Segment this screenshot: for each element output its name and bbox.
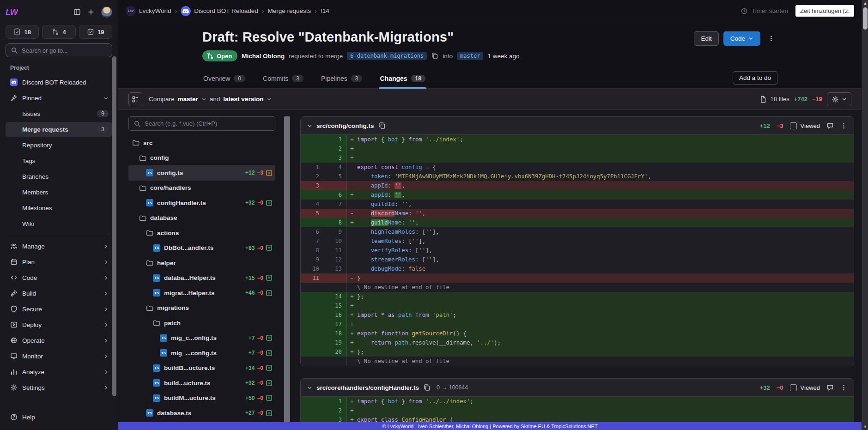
comment-icon[interactable] <box>826 384 834 391</box>
diff-settings-button[interactable] <box>827 92 851 106</box>
new-line-number[interactable]: 5 <box>324 172 347 181</box>
sidebar-item-issues[interactable]: Issues9 <box>6 106 112 121</box>
sidebar-item-deploy[interactable]: Deploy <box>6 317 112 332</box>
new-line-number[interactable]: 2 <box>324 144 347 153</box>
comment-icon[interactable] <box>826 122 834 129</box>
sidebar-item-plan[interactable]: Plan <box>6 254 112 269</box>
new-line-number[interactable]: 17 <box>324 320 347 329</box>
mr-author[interactable]: Michal Oblong <box>242 53 285 60</box>
new-line-number[interactable]: 10 <box>324 236 347 246</box>
diff-file-path[interactable]: src/config/config.ts <box>316 122 374 129</box>
sidebar-item-code[interactable]: Code <box>6 270 112 285</box>
tree-file-buildb-ucture-ts[interactable]: TSbuildB...ucture.ts+34−0 <box>128 361 275 376</box>
old-line-number[interactable] <box>301 144 324 153</box>
tree-file-confighandler-ts[interactable]: TSconfigHandler.ts+32−0 <box>128 195 275 211</box>
new-line-number[interactable] <box>324 357 347 366</box>
new-line-number[interactable]: 16 <box>324 310 347 320</box>
sidebar-item-merge-requests[interactable]: Merge requests3 <box>6 122 112 137</box>
old-line-number[interactable] <box>301 292 324 301</box>
sidebar-item-secure[interactable]: Secure <box>6 302 112 316</box>
sidebar-item-monitor[interactable]: Monitor <box>6 349 112 363</box>
old-line-number[interactable]: 7 <box>301 236 324 246</box>
old-line-number[interactable]: 10 <box>301 264 324 273</box>
new-line-number[interactable] <box>324 181 347 190</box>
old-line-number[interactable] <box>301 320 324 329</box>
add-todo-button[interactable]: Add a to do <box>733 71 777 85</box>
collapse-sidebar-icon[interactable] <box>73 8 81 16</box>
tree-file-config-ts[interactable]: TSconfig.ts+12−3 <box>128 165 275 181</box>
copy-path-icon[interactable] <box>423 384 431 391</box>
file-tree-toggle-button[interactable] <box>128 92 142 106</box>
tree-file-build-ucture-ts[interactable]: TSbuild...ucture.ts+32−0 <box>128 375 275 391</box>
sidebar-item-repository[interactable]: Repository <box>6 138 112 152</box>
old-line-number[interactable] <box>301 190 324 200</box>
tree-file-migrat-helper-ts[interactable]: TSmigrat...Helper.ts+46−0 <box>128 285 275 301</box>
new-line-number[interactable]: 6 <box>324 190 347 200</box>
tree-folder-core-handlers[interactable]: core/handlers <box>128 181 275 196</box>
mr-counter-button[interactable]: 4 <box>42 25 75 39</box>
viewed-checkbox[interactable] <box>790 122 797 129</box>
new-line-number[interactable] <box>324 209 347 218</box>
old-line-number[interactable]: 3 <box>301 181 324 190</box>
sidebar-item-help[interactable]: Help <box>6 410 112 424</box>
tree-file-dbbot-andler-ts[interactable]: TSDbBot...andler.ts+83−0 <box>128 241 275 256</box>
old-line-number[interactable]: 9 <box>301 255 324 264</box>
sidebar-item-manage[interactable]: Manage <box>6 239 112 254</box>
viewed-checkbox[interactable] <box>790 384 797 391</box>
user-avatar[interactable] <box>101 6 112 18</box>
old-line-number[interactable]: 4 <box>301 200 324 209</box>
old-line-number[interactable] <box>301 301 324 310</box>
old-line-number[interactable] <box>301 397 324 406</box>
copy-path-icon[interactable] <box>378 122 386 129</box>
sidebar-item-wiki[interactable]: Wiki <box>6 216 112 231</box>
new-line-number[interactable]: 15 <box>324 301 347 310</box>
new-line-number[interactable]: 3 <box>324 153 347 163</box>
new-line-number[interactable]: 19 <box>324 338 347 347</box>
old-line-number[interactable]: 5 <box>301 209 324 218</box>
new-line-number[interactable]: 4 <box>324 163 347 172</box>
new-line-number[interactable]: 18 <box>324 329 347 338</box>
sidebar-item-tags[interactable]: Tags <box>6 153 112 168</box>
chevron-down-icon[interactable] <box>201 97 206 102</box>
sidebar-item-branches[interactable]: Branches <box>6 169 112 184</box>
old-line-number[interactable] <box>301 153 324 163</box>
edit-button[interactable]: Edit <box>694 31 718 46</box>
breadcrumb-item[interactable]: Merge requests <box>267 7 311 14</box>
tree-file-buildm-ucture-ts[interactable]: TSbuildM...ucture.ts+50−0 <box>128 391 275 406</box>
new-line-number[interactable]: 12 <box>324 255 347 264</box>
tree-folder-helper[interactable]: helper <box>128 255 275 271</box>
tab-commits[interactable]: Commits3 <box>262 71 304 88</box>
chevron-down-icon[interactable] <box>267 97 272 102</box>
sidebar-item-settings[interactable]: Settings <box>6 380 112 395</box>
old-line-number[interactable] <box>301 338 324 347</box>
file-tree-search-input[interactable]: Search (e.g. *.vue) (Ctrl+P) <box>128 116 275 131</box>
copy-branch-icon[interactable] <box>431 52 438 60</box>
tree-folder-database[interactable]: database <box>128 211 275 226</box>
old-line-number[interactable]: 2 <box>301 172 324 181</box>
old-line-number[interactable] <box>301 329 324 338</box>
source-branch-chip[interactable]: 6-datenbank-migrations <box>347 52 427 60</box>
issues-counter-button[interactable]: 18 <box>6 25 39 39</box>
sidebar-item-members[interactable]: Members <box>6 185 112 200</box>
tree-file-mig-config-ts[interactable]: TSmig_...config.ts+7−0 <box>128 345 275 361</box>
sidebar-item-milestones[interactable]: Milestones <box>6 200 112 215</box>
timer-start-button[interactable]: Timer starten <box>741 7 788 15</box>
breadcrumb-item[interactable]: Discord BOT Reloaded <box>181 6 258 16</box>
new-line-number[interactable]: 11 <box>324 246 347 255</box>
compare-base-dropdown[interactable]: master <box>178 96 198 103</box>
old-line-number[interactable] <box>301 135 324 144</box>
tree-file-mig-c-onfig-ts[interactable]: TSmig_c...onfig.ts+7−0 <box>128 331 275 346</box>
old-line-number[interactable] <box>301 357 324 366</box>
tab-overview[interactable]: Overview0 <box>202 71 246 88</box>
new-line-number[interactable]: 2 <box>324 406 347 415</box>
new-line-number[interactable]: 1 <box>324 135 347 144</box>
viewed-toggle[interactable]: Viewed <box>790 122 820 129</box>
sidebar-item-analyze[interactable]: Analyze <box>6 364 112 379</box>
old-line-number[interactable] <box>301 347 324 357</box>
new-line-number[interactable]: 1 <box>324 397 347 406</box>
new-line-number[interactable]: 8 <box>324 218 347 227</box>
new-line-number[interactable] <box>324 273 347 283</box>
global-search-input[interactable]: Search or go to... <box>6 43 112 57</box>
collapse-diff-icon[interactable] <box>307 385 312 390</box>
tab-pipelines[interactable]: Pipelines3 <box>320 71 364 88</box>
